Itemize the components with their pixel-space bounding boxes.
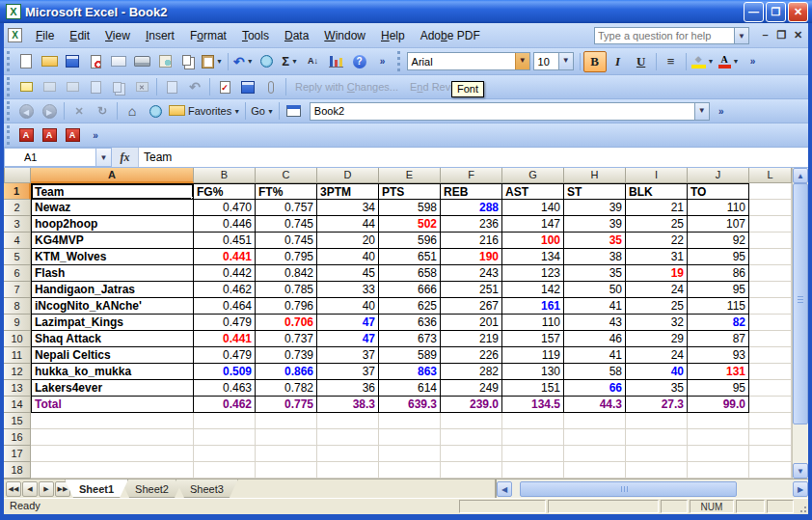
cell-C13[interactable]: 0.782 [256, 380, 317, 397]
row-header-16[interactable]: 16 [4, 429, 31, 446]
close-button[interactable]: ✕ [788, 2, 808, 22]
cell-D18[interactable] [317, 462, 379, 479]
cell-I7[interactable]: 24 [626, 282, 688, 298]
toolbar-drag-handle[interactable] [397, 51, 402, 72]
cell-C16[interactable] [256, 429, 317, 446]
cell-F9[interactable]: 201 [441, 315, 502, 331]
cell-C15[interactable] [256, 413, 317, 429]
open-button[interactable] [38, 51, 61, 72]
cell-E12[interactable]: 863 [379, 364, 441, 380]
cell-C7[interactable]: 0.785 [256, 282, 317, 298]
row-header-15[interactable]: 15 [4, 413, 31, 429]
refresh-button[interactable]: ↻ [91, 100, 114, 122]
cell-J2[interactable]: 110 [688, 200, 749, 216]
cell-I14[interactable]: 27.3 [626, 397, 688, 413]
cell-G17[interactable] [502, 446, 564, 462]
cell-L15[interactable] [749, 413, 792, 429]
select-all-corner[interactable] [4, 168, 31, 183]
attach-button[interactable] [259, 76, 283, 97]
cell-L16[interactable] [749, 429, 792, 446]
menu-edit[interactable]: Edit [62, 25, 97, 46]
toolbar-options-chevron-button[interactable]: » [371, 51, 394, 72]
cell-H5[interactable]: 38 [564, 249, 626, 265]
cell-D13[interactable]: 36 [317, 380, 379, 397]
delete-comment-button[interactable]: ✕ [130, 76, 153, 97]
convert-to-adobe-pdf-and-email-button[interactable]: A [38, 124, 61, 146]
cell-D4[interactable]: 20 [317, 233, 379, 249]
show-all-comments-button[interactable] [107, 76, 130, 97]
cell-D8[interactable]: 40 [317, 298, 379, 315]
vertical-scroll-track[interactable] [793, 183, 808, 463]
cell-L2[interactable] [749, 200, 792, 216]
cell-B14[interactable]: 0.462 [194, 397, 256, 413]
cell-F5[interactable]: 190 [441, 249, 502, 265]
cell-C3[interactable]: 0.745 [256, 216, 317, 233]
cell-L11[interactable] [749, 347, 792, 364]
cell-D5[interactable]: 40 [317, 249, 379, 265]
column-header-h[interactable]: H [564, 168, 626, 183]
cell-D3[interactable]: 44 [317, 216, 379, 233]
toolbar-drag-handle[interactable] [7, 51, 12, 72]
cell-A14[interactable]: Total [31, 397, 194, 413]
sheet-tab-sheet3[interactable]: Sheet3 [176, 479, 238, 498]
cell-D16[interactable] [317, 429, 379, 446]
cell-C10[interactable]: 0.737 [256, 331, 317, 347]
cell-F6[interactable]: 243 [441, 265, 502, 282]
cell-I2[interactable]: 21 [626, 200, 688, 216]
cell-G2[interactable]: 140 [502, 200, 564, 216]
track-changes-button[interactable]: ✓ [213, 76, 236, 97]
new-document-button[interactable] [14, 51, 38, 72]
cell-H4[interactable]: 35 [564, 233, 626, 249]
row-header-14[interactable]: 14 [4, 397, 31, 413]
cell-E5[interactable]: 651 [379, 249, 441, 265]
cell-J13[interactable]: 95 [688, 380, 749, 397]
column-header-f[interactable]: F [441, 168, 502, 183]
cell-I18[interactable] [626, 462, 688, 479]
show-web-toolbar-button[interactable] [283, 100, 306, 122]
cell-G5[interactable]: 134 [502, 249, 564, 265]
name-box[interactable]: A1 [4, 148, 96, 167]
cell-L4[interactable] [749, 233, 792, 249]
cell-H12[interactable]: 58 [564, 364, 626, 380]
cell-A13[interactable]: Lakers4ever [31, 380, 194, 397]
cell-F13[interactable]: 249 [441, 380, 502, 397]
cell-A7[interactable]: Handigaon_Jatras [31, 282, 194, 298]
cell-A9[interactable]: Lazimpat_Kings [31, 315, 194, 331]
cell-D12[interactable]: 37 [317, 364, 379, 380]
cell-I15[interactable] [626, 413, 688, 429]
reply-with-changes-button[interactable]: Reply with Changes... [289, 81, 404, 93]
cell-F2[interactable]: 288 [441, 200, 502, 216]
cell-A2[interactable]: Newaz [31, 200, 194, 216]
favorites-button[interactable]: Favorites▼ [167, 100, 242, 122]
cell-F16[interactable] [441, 429, 502, 446]
cell-A3[interactable]: hoop2hoop [31, 216, 194, 233]
stop-button[interactable]: ✕ [68, 100, 91, 122]
cell-A17[interactable] [31, 446, 194, 462]
column-header-i[interactable]: I [626, 168, 688, 183]
cell-B2[interactable]: 0.470 [194, 200, 256, 216]
cell-H11[interactable]: 41 [564, 347, 626, 364]
cell-B17[interactable] [194, 446, 256, 462]
cell-F3[interactable]: 236 [441, 216, 502, 233]
cell-G11[interactable]: 119 [502, 347, 564, 364]
doc-restore-button[interactable]: ❐ [773, 29, 790, 41]
doc-minimize-button[interactable]: – [757, 29, 773, 41]
fill-color-button[interactable]: ◆▼ [690, 51, 717, 72]
copy-button[interactable] [176, 51, 200, 72]
row-header-1[interactable]: 1 [4, 183, 31, 200]
cell-I4[interactable]: 22 [626, 233, 688, 249]
cell-G7[interactable]: 142 [502, 282, 564, 298]
cell-C9[interactable]: 0.706 [256, 315, 317, 331]
forward-button[interactable]: ▶ [38, 100, 61, 122]
dropdown-arrow-icon[interactable]: ▼ [291, 58, 298, 65]
cell-C4[interactable]: 0.745 [256, 233, 317, 249]
cell-J16[interactable] [688, 429, 749, 446]
cell-L3[interactable] [749, 216, 792, 233]
cell-J17[interactable] [688, 446, 749, 462]
cell-J14[interactable]: 99.0 [688, 397, 749, 413]
row-header-9[interactable]: 9 [4, 315, 31, 331]
cell-C2[interactable]: 0.757 [256, 200, 317, 216]
cell-B8[interactable]: 0.464 [194, 298, 256, 315]
cell-C5[interactable]: 0.795 [256, 249, 317, 265]
cell-H13[interactable]: 66 [564, 380, 626, 397]
